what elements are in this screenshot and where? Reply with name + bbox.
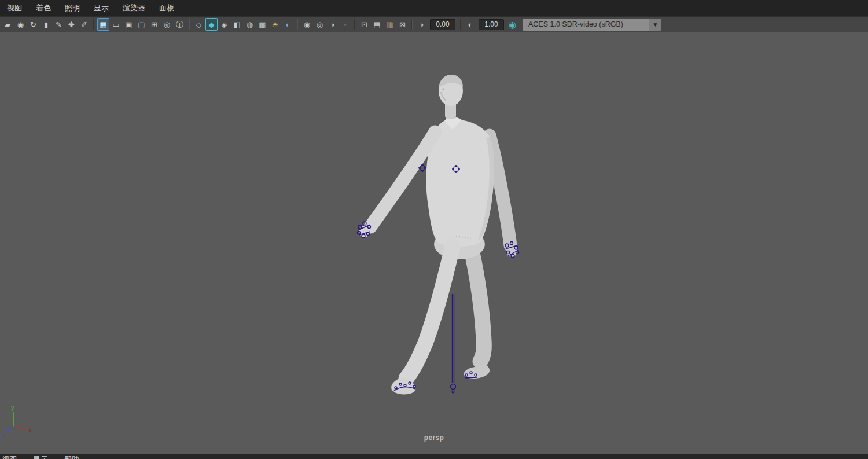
gate-mask-icon[interactable]: ▢ [135,18,148,31]
toolbar-divider [297,19,298,30]
field-chart-icon[interactable]: ⊞ [148,18,160,31]
film-gate-icon[interactable]: ▭ [110,18,122,31]
plate-icon: ▪ [339,18,351,31]
z-axis-line [6,427,13,432]
shadows-icon[interactable]: ◐ [282,18,294,31]
menu-shading[interactable]: 着色 [30,0,59,16]
menu-lighting[interactable]: 照明 [59,0,88,16]
character-model[interactable] [359,75,517,395]
use-default-material-icon[interactable]: ◧ [231,18,243,31]
color-managed-icon[interactable]: ◉ [506,18,518,31]
isolate-select-icon[interactable]: ⊡ [358,18,370,31]
menu-view[interactable]: 视图 [1,0,30,16]
toolbar-divider [460,19,461,30]
bottom-menu-help[interactable]: 帮助 [64,454,79,459]
exposure-icon[interactable]: ◑ [415,18,428,31]
menu-panels[interactable]: 面板 [153,0,182,16]
rig-control-ik-line[interactable] [451,294,456,393]
checker-icon[interactable]: ▩ [256,18,269,31]
bottom-panel-menubar: 视图 显示 帮助 [0,454,868,459]
color-management-value: ACES 1.0 SDR-video (sRGB) [523,19,649,31]
toolbar-divider [411,19,413,30]
toolbar-divider [189,19,190,30]
exposure-field[interactable] [430,19,455,30]
camera-name-label: persp [0,434,868,442]
y-axis-label: y [11,404,14,411]
anti-alias-icon[interactable]: ◑ [326,18,339,31]
camcorder-icon[interactable]: ▰ [2,18,14,31]
menu-renderer[interactable]: 渲染器 [117,0,153,16]
textured-icon[interactable]: ◈ [218,18,230,31]
x-axis-label: x [28,427,32,434]
copy-icon[interactable]: ▤ [371,18,383,31]
paint-brush-icon[interactable]: ✎ [53,18,65,31]
color-management-dropdown[interactable]: ACES 1.0 SDR-video (sRGB) ▼ [523,19,661,31]
safe-title-icon[interactable]: Ⓣ [174,18,186,31]
menu-show[interactable]: 显示 [88,0,117,16]
toolbar-divider [93,19,94,30]
camera-settings-icon[interactable]: ◉ [14,18,27,31]
gamma-field[interactable] [479,19,504,30]
paste-icon[interactable]: ▥ [384,18,396,31]
move-tool-icon[interactable]: ✥ [65,18,78,31]
toolbar-divider [354,19,355,30]
safe-action-icon[interactable]: ◎ [161,18,173,31]
viewport-canvas: y x z [0,32,868,454]
wireframe-icon[interactable]: ◇ [193,18,205,31]
dropdown-arrow-icon[interactable]: ▼ [649,19,661,31]
perspective-viewport[interactable]: y x z persp [0,32,868,454]
bottom-menu-view[interactable]: 视图 [2,454,17,459]
ambient-occlusion-icon[interactable]: ◉ [301,18,313,31]
image-plane-icon[interactable]: ⊠ [396,18,409,31]
viewport-toolbar: ▰ ◉ ↻ ▮ ✎ ✥ ✐ ▦ ▭ ▣ ▢ ⊞ ◎ Ⓣ ◇ ◆ ◈ ◧ ◍ ▩ … [0,16,868,32]
pencil-icon[interactable]: ✐ [78,18,90,31]
x-axis-line [13,427,27,429]
lights-icon[interactable]: ☀ [269,18,281,31]
bookmark-icon[interactable]: ▮ [40,18,52,31]
camera-orbit-icon[interactable]: ↻ [27,18,39,31]
resolution-gate-icon[interactable]: ▣ [123,18,135,31]
smooth-shade-icon[interactable]: ◆ [205,18,218,31]
motion-blur-icon[interactable]: ◎ [314,18,326,31]
contrast-icon[interactable]: ◐ [464,18,476,31]
shaded-sphere-icon[interactable]: ◍ [244,18,256,31]
grid-icon[interactable]: ▦ [97,18,109,31]
panel-menubar: 视图 着色 照明 显示 渲染器 面板 [0,0,868,16]
bottom-menu-show[interactable]: 显示 [33,454,48,459]
